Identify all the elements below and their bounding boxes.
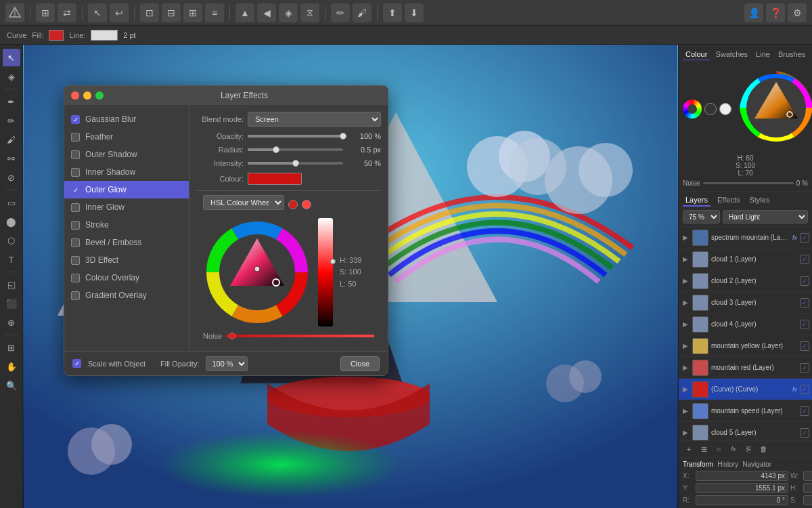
effect-colour-overlay[interactable]: Colour Overlay bbox=[64, 269, 189, 287]
layer-check-2[interactable]: ✓ bbox=[800, 276, 809, 286]
w-input[interactable] bbox=[803, 471, 812, 481]
dialog-minimize-button[interactable] bbox=[83, 91, 91, 100]
3d-checkbox[interactable] bbox=[71, 256, 80, 265]
stroke-checkbox[interactable] bbox=[71, 221, 80, 230]
settings-icon[interactable]: ⚙ bbox=[788, 3, 807, 22]
view3-icon[interactable]: ⊞ bbox=[183, 3, 202, 22]
layer-expand-8[interactable]: ▶ bbox=[681, 407, 690, 415]
line-color-box[interactable] bbox=[91, 30, 118, 41]
crop-tool[interactable]: ⊞ bbox=[3, 339, 20, 356]
eyedropper-icon[interactable] bbox=[288, 200, 298, 209]
right-noise-slider[interactable] bbox=[703, 182, 794, 184]
duplicate-layer-icon[interactable]: ⎘ bbox=[742, 443, 754, 455]
erase-tool[interactable]: ⊘ bbox=[3, 169, 20, 186]
layer-check-5[interactable]: ✓ bbox=[800, 341, 809, 351]
tab-transform[interactable]: Transform bbox=[683, 461, 713, 468]
account-icon[interactable]: 👤 bbox=[744, 3, 763, 22]
gaussian-blur-checkbox[interactable]: ✓ bbox=[71, 115, 80, 124]
noise-slider[interactable] bbox=[226, 335, 374, 337]
colour-swatch[interactable] bbox=[248, 173, 302, 185]
layer-item-9[interactable]: ▶cloud 5 (Layer)✓ bbox=[679, 422, 812, 440]
left-icon[interactable]: ◀ bbox=[257, 3, 276, 22]
opacity-slider[interactable] bbox=[248, 135, 343, 137]
hsl-wheel[interactable] bbox=[203, 218, 311, 326]
polygon-tool[interactable]: ⬡ bbox=[3, 232, 20, 249]
layer-expand-4[interactable]: ▶ bbox=[681, 320, 690, 329]
color-mode-select[interactable]: HSL Colour Wheel RGB Sliders CMYK Slider… bbox=[203, 195, 284, 210]
tab-navigator[interactable]: Navigator bbox=[742, 461, 771, 468]
dialog-maximize-button[interactable] bbox=[95, 91, 104, 100]
text-tool[interactable]: T bbox=[3, 251, 20, 268]
tab-swatches[interactable]: Swatches bbox=[713, 49, 750, 60]
up-icon[interactable]: ▲ bbox=[235, 3, 254, 22]
align-icon[interactable]: ≡ bbox=[205, 3, 224, 22]
layer-item-3[interactable]: ▶cloud 3 (Layer)✓ bbox=[679, 292, 812, 314]
scale-with-object-checkbox[interactable]: ✓ bbox=[72, 359, 81, 368]
tab-history[interactable]: History bbox=[717, 461, 738, 468]
select-tool[interactable]: ↖ bbox=[3, 49, 20, 66]
effect-inner-shadow[interactable]: Inner Shadow bbox=[64, 163, 189, 181]
layer-expand-7[interactable]: ▶ bbox=[681, 385, 690, 394]
tab-colour[interactable]: Colour bbox=[683, 49, 710, 60]
layer-expand-0[interactable]: ▶ bbox=[681, 234, 690, 242]
layer-expand-2[interactable]: ▶ bbox=[681, 277, 690, 285]
inner-glow-checkbox[interactable] bbox=[71, 203, 80, 212]
layer-check-4[interactable]: ✓ bbox=[800, 320, 809, 329]
layer-item-1[interactable]: ▶cloud 1 (Layer)✓ bbox=[679, 249, 812, 270]
right-color-wheel-svg[interactable] bbox=[736, 67, 812, 148]
blend-mode-select[interactable]: Screen Normal Multiply Overlay Hard Ligh… bbox=[248, 112, 381, 127]
tab-styles[interactable]: Styles bbox=[746, 194, 772, 207]
inner-shadow-checkbox[interactable] bbox=[71, 168, 80, 177]
group-layer-icon[interactable]: ⊞ bbox=[698, 443, 710, 455]
snap-icon[interactable]: ◈ bbox=[279, 3, 298, 22]
layer-check-1[interactable]: ✓ bbox=[800, 255, 809, 264]
layer-item-4[interactable]: ▶cloud 4 (Layer)✓ bbox=[679, 314, 812, 335]
layer-check-6[interactable]: ✓ bbox=[800, 363, 809, 373]
canvas-area[interactable]: Layer Effects ✓ Gaussian Blur Feather bbox=[23, 45, 678, 508]
layer-expand-1[interactable]: ▶ bbox=[681, 255, 690, 263]
effect-inner-glow[interactable]: Inner Glow bbox=[64, 198, 189, 216]
help-icon[interactable]: ❓ bbox=[766, 3, 785, 22]
grid-icon[interactable]: ⊞ bbox=[36, 3, 55, 22]
grid-view-icon[interactable]: ⊡ bbox=[140, 3, 159, 22]
gradient-overlay-checkbox[interactable] bbox=[71, 291, 80, 300]
fill-opacity-select[interactable]: 100 % 75 % 50 % bbox=[206, 356, 248, 371]
tab-effects[interactable]: Effects bbox=[715, 194, 742, 207]
zoom-tool[interactable]: 🔍 bbox=[3, 377, 20, 394]
effect-gaussian-blur[interactable]: ✓ Gaussian Blur bbox=[64, 110, 189, 128]
feather-checkbox[interactable] bbox=[71, 133, 80, 142]
layer-item-6[interactable]: ▶mountain red (Layer)✓ bbox=[679, 357, 812, 379]
delete-layer-icon[interactable]: 🗑 bbox=[757, 443, 769, 455]
colour-overlay-checkbox[interactable] bbox=[71, 274, 80, 282]
view-tool[interactable]: ✋ bbox=[3, 358, 20, 375]
h-input[interactable] bbox=[803, 483, 812, 493]
layer-check-8[interactable]: ✓ bbox=[800, 406, 809, 416]
layer-check-3[interactable]: ✓ bbox=[800, 298, 809, 308]
outer-glow-checkbox[interactable]: ✓ bbox=[71, 186, 80, 194]
mini-light-circle[interactable] bbox=[719, 103, 731, 115]
layer-item-5[interactable]: ▶mountain yellow (Layer)✓ bbox=[679, 335, 812, 357]
outer-shadow-checkbox[interactable] bbox=[71, 150, 80, 159]
fill-tool[interactable]: ⬛ bbox=[3, 295, 20, 312]
layer-item-7[interactable]: ▶(Curve) (Curve)fx✓ bbox=[679, 379, 812, 400]
layer-expand-5[interactable]: ▶ bbox=[681, 342, 690, 350]
layers-blend-select[interactable]: Hard Light Normal Screen Multiply bbox=[723, 210, 808, 224]
r-input[interactable] bbox=[696, 495, 788, 505]
fx-layer-icon[interactable]: fx bbox=[727, 443, 740, 455]
effect-outer-glow[interactable]: ✓ Outer Glow bbox=[64, 181, 189, 198]
radius-slider[interactable] bbox=[248, 148, 343, 151]
tab-line[interactable]: Line bbox=[753, 49, 773, 60]
add-layer-icon[interactable]: + bbox=[683, 443, 695, 455]
s-input[interactable] bbox=[803, 495, 812, 505]
paint-tool[interactable]: ⚯ bbox=[3, 150, 20, 167]
layer-item-2[interactable]: ▶cloud 2 (Layer)✓ bbox=[679, 270, 812, 292]
export-icon[interactable]: ⬆ bbox=[383, 3, 402, 22]
bevel-emboss-checkbox[interactable] bbox=[71, 238, 80, 247]
node-tool[interactable]: ◈ bbox=[3, 68, 20, 85]
import-icon[interactable]: ⬇ bbox=[405, 3, 424, 22]
layer-check-9[interactable]: ✓ bbox=[800, 428, 809, 438]
shape-tool[interactable]: ▭ bbox=[3, 194, 20, 211]
intensity-slider[interactable] bbox=[248, 162, 343, 165]
eyedropper-tool[interactable]: ⊕ bbox=[3, 314, 20, 331]
effect-outer-shadow[interactable]: Outer Shadow bbox=[64, 146, 189, 163]
